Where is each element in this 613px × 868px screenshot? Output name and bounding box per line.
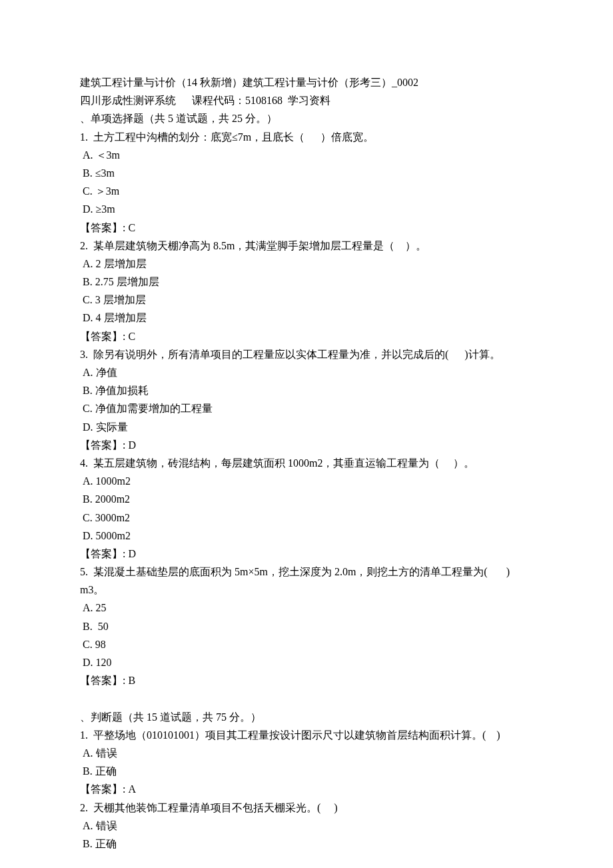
q3-option-b: B. 净值加损耗 <box>80 381 533 399</box>
q5-option-a: A. 25 <box>80 599 533 617</box>
q4-option-d: D. 5000m2 <box>80 527 533 545</box>
q3-stem: 3. 除另有说明外，所有清单项目的工程量应以实体工程量为准，并以完成后的( )计… <box>80 345 533 363</box>
section2-title: 、判断题（共 15 道试题，共 75 分。） <box>80 708 533 726</box>
q5-stem: 5. 某混凝土基础垫层的底面积为 5m×5m，挖土深度为 2.0m，则挖土方的清… <box>80 563 533 599</box>
q2-option-c: C. 3 层增加层 <box>80 291 533 309</box>
q1-answer: 【答案】: C <box>80 219 533 237</box>
q5-option-c: C. 98 <box>80 635 533 653</box>
q1-stem: 1. 土方工程中沟槽的划分：底宽≤7m，且底长（ ）倍底宽。 <box>80 128 533 146</box>
q1-option-d: D. ≥3m <box>80 200 533 218</box>
q5-option-b: B. 50 <box>80 617 533 635</box>
q1-option-b: B. ≤3m <box>80 164 533 182</box>
q2-option-b: B. 2.75 层增加层 <box>80 273 533 291</box>
s2-q2-option-a: A. 错误 <box>80 817 533 835</box>
q4-option-c: C. 3000m2 <box>80 509 533 527</box>
s2-q1-option-b: B. 正确 <box>80 762 533 780</box>
s2-q1-stem: 1. 平整场地（010101001）项目其工程量按设计图示尺寸以建筑物首层结构面… <box>80 726 533 744</box>
q4-option-a: A. 1000m2 <box>80 472 533 490</box>
section-spacer <box>80 689 533 707</box>
q3-answer: 【答案】: D <box>80 436 533 454</box>
s2-q1-option-a: A. 错误 <box>80 744 533 762</box>
q3-option-c: C. 净值加需要增加的工程量 <box>80 399 533 417</box>
q4-option-b: B. 2000m2 <box>80 490 533 508</box>
s2-q2-stem: 2. 天棚其他装饰工程量清单项目不包括天棚采光。( ) <box>80 799 533 817</box>
q1-option-c: C. ＞3m <box>80 182 533 200</box>
q2-stem: 2. 某单层建筑物天棚净高为 8.5m，其满堂脚手架增加层工程量是（ ）。 <box>80 237 533 255</box>
q3-option-a: A. 净值 <box>80 363 533 381</box>
q4-stem: 4. 某五层建筑物，砖混结构，每层建筑面积 1000m2，其垂直运输工程量为（ … <box>80 454 533 472</box>
q5-answer: 【答案】: B <box>80 671 533 689</box>
q2-answer: 【答案】: C <box>80 327 533 345</box>
q2-option-d: D. 4 层增加层 <box>80 309 533 327</box>
section1-title: 、单项选择题（共 5 道试题，共 25 分。） <box>80 109 533 127</box>
q4-answer: 【答案】: D <box>80 545 533 563</box>
header-subtitle: 四川形成性测评系统 课程代码：5108168 学习资料 <box>80 91 533 109</box>
header-title: 建筑工程计量与计价（14 秋新增）建筑工程计量与计价（形考三）_0002 <box>80 73 533 91</box>
s2-q2-option-b: B. 正确 <box>80 835 533 853</box>
q5-option-d: D. 120 <box>80 653 533 671</box>
s2-q1-answer: 【答案】: A <box>80 780 533 798</box>
q3-option-d: D. 实际量 <box>80 418 533 436</box>
q1-option-a: A. ＜3m <box>80 146 533 164</box>
q2-option-a: A. 2 层增加层 <box>80 255 533 273</box>
